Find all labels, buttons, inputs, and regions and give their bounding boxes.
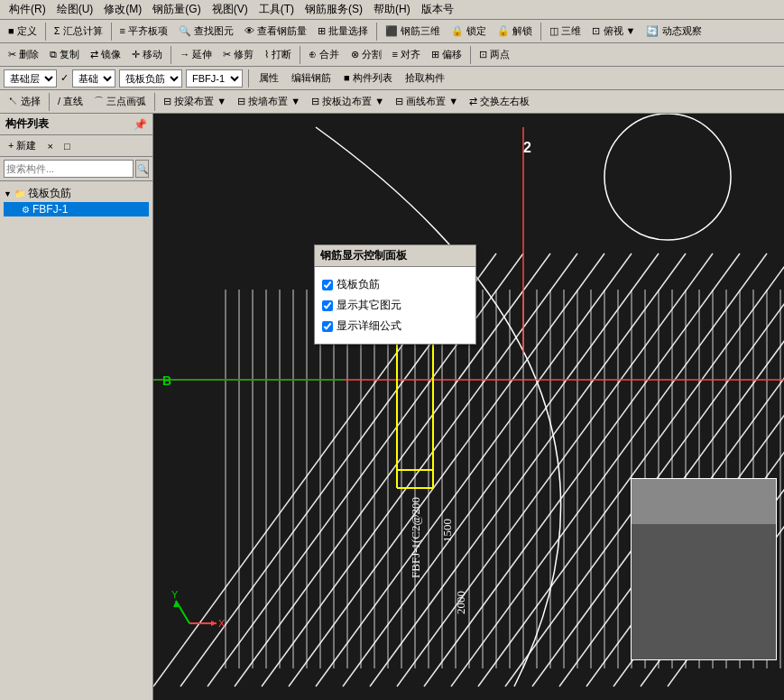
tree-area: ▼ 📁 筏板负筋 ⚙ FBFJ-1 (0, 181, 152, 700)
sep-3 (376, 23, 377, 41)
svg-text:2: 2 (523, 140, 531, 155)
tree-toolbar: + 新建 × □ (0, 135, 152, 157)
svg-rect-84 (632, 524, 776, 659)
btn-merge[interactable]: ⊕ 合并 (304, 45, 344, 64)
btn-sum[interactable]: Σ 汇总计算 (50, 22, 107, 41)
layer-bar: 基础层 ✓ 基础 筏板负筋 FBFJ-1 属性 编辑钢筋 ■ 构件列表 拾取构件 (0, 67, 784, 90)
btn-new[interactable]: + 新建 (4, 137, 41, 154)
btn-copy[interactable]: ⧉ 复制 (45, 45, 84, 64)
btn-dynamic-observe[interactable]: 🔄 动态观察 (641, 22, 706, 41)
sep-1 (45, 23, 46, 41)
btn-by-plate-edge[interactable]: ⊟ 按板边布置 ▼ (307, 92, 389, 111)
menu-rebar-service[interactable]: 钢筋服务(S) (300, 0, 368, 19)
toolbar-row-1: ■ 定义 Σ 汇总计算 ≡ 平齐板项 🔍 查找图元 👁 查看钢筋量 ⊞ 批量选择… (0, 20, 784, 43)
btn-edit-rebar[interactable]: 编辑钢筋 (287, 69, 336, 88)
btn-by-beam[interactable]: ⊟ 按梁布置 ▼ (159, 92, 231, 111)
btn-line[interactable]: / 直线 (53, 92, 88, 111)
btn-delete[interactable]: ✂ 删除 (4, 45, 43, 64)
btn-component-list[interactable]: ■ 构件列表 (339, 69, 397, 88)
btn-batch-select[interactable]: ⊞ 批量选择 (313, 22, 373, 41)
component-icon: ⚙ (22, 205, 30, 215)
checkbox-label-fajin: 筏板负筋 (337, 277, 380, 292)
btn-break[interactable]: ⌇ 打断 (260, 45, 296, 64)
sep-10 (154, 93, 155, 111)
btn-pick-component[interactable]: 拾取构件 (401, 69, 449, 88)
checkbox-label-formula: 显示详细公式 (337, 318, 401, 334)
draw-bar: ↖ 选择 / 直线 ⌒ 三点画弧 ⊟ 按梁布置 ▼ ⊟ 按墙布置 ▼ ⊟ 按板边… (0, 90, 784, 114)
sep-9 (49, 93, 50, 111)
btn-delete-tree[interactable]: × (42, 137, 57, 154)
btn-lock[interactable]: 🔒 锁定 (447, 22, 491, 41)
search-input[interactable] (4, 160, 134, 178)
btn-move[interactable]: ✛ 移动 (127, 45, 167, 64)
folder-icon: 📁 (14, 189, 25, 198)
control-panel: 钢筋显示控制面板 筏板负筋 显示其它图元 显示详细公式 (314, 244, 476, 345)
control-panel-title: 钢筋显示控制面板 (315, 245, 475, 267)
menu-modify[interactable]: 修改(M) (98, 0, 147, 19)
btn-define[interactable]: ■ 定义 (4, 22, 42, 41)
component-type-select[interactable]: 筏板负筋 (119, 69, 182, 88)
checkbox-detail-formula[interactable] (322, 321, 333, 332)
menu-rebar-qty[interactable]: 钢筋量(G) (147, 0, 206, 19)
btn-align[interactable]: ≡ 对齐 (388, 45, 425, 64)
checkbox-other-elements[interactable] (322, 300, 333, 311)
btn-two-point[interactable]: ⊡ 两点 (475, 45, 514, 64)
canvas-area[interactable]: 钢筋显示控制面板 筏板负筋 显示其它图元 显示详细公式 (153, 114, 784, 700)
btn-split[interactable]: ⊗ 分割 (346, 45, 386, 64)
btn-find[interactable]: 🔍 查找图元 (174, 22, 238, 41)
btn-unlock[interactable]: 🔓 解锁 (493, 22, 537, 41)
left-panel: 构件列表 📌 + 新建 × □ 🔍 ▼ 📁 筏板负筋 ⚙ FBFJ-1 (0, 114, 153, 700)
menu-help[interactable]: 帮助(H) (368, 0, 416, 19)
menu-view[interactable]: 视图(V) (207, 0, 254, 19)
checkbox-fajin[interactable] (322, 280, 333, 290)
checkbox-row-3: 显示详细公式 (322, 316, 468, 336)
sep-6 (300, 46, 300, 64)
menu-version[interactable]: 版本号 (416, 0, 459, 19)
btn-draw-line[interactable]: ⊟ 画线布置 ▼ (391, 92, 463, 111)
btn-offset[interactable]: ⊞ 偏移 (427, 45, 466, 64)
btn-view-rebar[interactable]: 👁 查看钢筋量 (240, 22, 311, 41)
checkbox-row-1: 筏板负筋 (322, 274, 468, 295)
svg-text:X: X (218, 618, 226, 629)
btn-arc[interactable]: ⌒ 三点画弧 (89, 92, 151, 111)
svg-text:Y: Y (171, 589, 179, 600)
search-bar: 🔍 (0, 157, 152, 181)
sep-2 (111, 23, 112, 41)
svg-text:FBFJ-1(C2@200: FBFJ-1(C2@200 (409, 497, 422, 578)
main-area: 构件列表 📌 + 新建 × □ 🔍 ▼ 📁 筏板负筋 ⚙ FBFJ-1 (0, 114, 784, 700)
layer-sep: ✓ (60, 72, 69, 84)
menu-component[interactable]: 构件(R) (4, 0, 51, 19)
tree-node-root[interactable]: ▼ 📁 筏板负筋 (4, 185, 149, 202)
panel-pin-icon[interactable]: 📌 (134, 118, 147, 131)
sep-5 (171, 46, 171, 64)
btn-extend[interactable]: → 延伸 (175, 45, 217, 64)
search-button[interactable]: 🔍 (135, 160, 149, 178)
btn-mirror[interactable]: ⇄ 镜像 (86, 45, 125, 64)
tree-node-child[interactable]: ⚙ FBFJ-1 (4, 202, 149, 216)
menu-draw[interactable]: 绘图(U) (51, 0, 99, 19)
checkbox-label-other: 显示其它图元 (337, 298, 401, 313)
btn-trim[interactable]: ✂ 修剪 (218, 45, 258, 64)
tree-node-label: 筏板负筋 (28, 186, 71, 201)
svg-text:2000: 2000 (454, 591, 467, 614)
btn-property[interactable]: 属性 (254, 69, 283, 88)
svg-rect-85 (632, 479, 776, 524)
expand-icon[interactable]: ▼ (4, 189, 12, 198)
layer-select[interactable]: 基础层 (4, 69, 57, 88)
sep-8 (248, 69, 249, 88)
btn-top-view[interactable]: ⊡ 俯视 ▼ (587, 22, 640, 41)
btn-3d[interactable]: ◫ 三维 (545, 22, 586, 41)
btn-copy-tree[interactable]: □ (60, 137, 75, 154)
menu-bar: 构件(R) 绘图(U) 修改(M) 钢筋量(G) 视图(V) 工具(T) 钢筋服… (0, 0, 784, 20)
btn-align-plate[interactable]: ≡ 平齐板项 (115, 22, 172, 41)
sublayer-select[interactable]: 基础 (72, 69, 115, 88)
component-code-select[interactable]: FBFJ-1 (186, 69, 243, 88)
btn-swap-lr[interactable]: ⇄ 交换左右板 (465, 92, 534, 111)
btn-rebar-3d[interactable]: ⬛ 钢筋三维 (381, 22, 445, 41)
btn-select[interactable]: ↖ 选择 (4, 92, 45, 111)
svg-text:1500: 1500 (440, 519, 454, 542)
tree-node-child-label: FBFJ-1 (32, 203, 68, 216)
sep-4 (540, 23, 541, 41)
menu-tools[interactable]: 工具(T) (254, 0, 300, 19)
btn-by-wall[interactable]: ⊟ 按墙布置 ▼ (233, 92, 305, 111)
